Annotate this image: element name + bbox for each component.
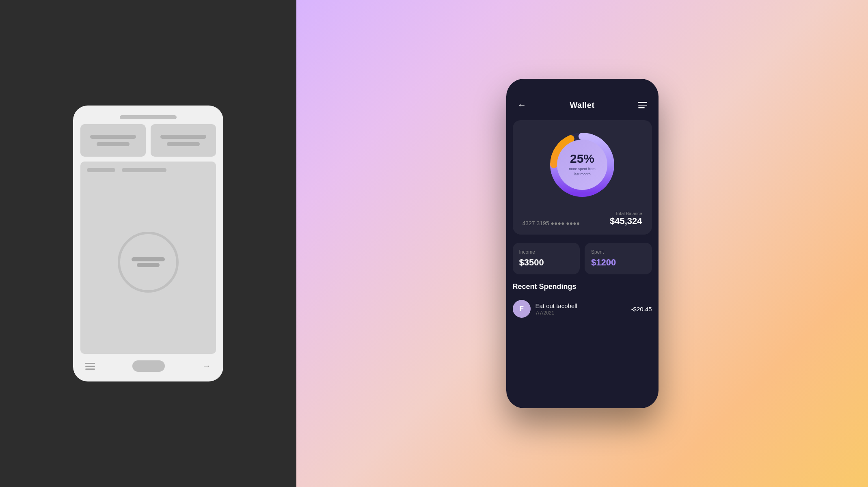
- wf-nav-line-3: [85, 368, 95, 370]
- spendings-section: Recent Spendings F Eat out tacobell 7/7/…: [513, 282, 652, 321]
- spending-name: Eat out tacobell: [535, 302, 626, 309]
- donut-subtitle-line2: last month: [574, 172, 591, 177]
- wf-nav-line-1: [85, 363, 95, 364]
- wf-hamburger-icon[interactable]: [85, 363, 95, 370]
- spent-card: Spent $1200: [585, 243, 652, 274]
- income-value: $3500: [519, 257, 544, 267]
- right-panel: ← Wallet: [296, 0, 868, 487]
- spending-date: 7/7/2021: [535, 310, 626, 316]
- stats-row: Income $3500 Spent $1200: [513, 243, 652, 274]
- wf-circle-container: [87, 177, 209, 347]
- donut-inner: 25% more spent from last month: [557, 140, 607, 190]
- wf-bottom-nav: →: [80, 359, 216, 373]
- spending-avatar-letter: F: [519, 305, 524, 313]
- page-title: Wallet: [570, 101, 594, 110]
- spending-avatar: F: [513, 300, 531, 318]
- back-button[interactable]: ←: [518, 100, 527, 110]
- wf-card-2: [151, 124, 216, 157]
- menu-line-1: [638, 102, 647, 103]
- donut-chart: 25% more spent from last month: [546, 128, 619, 201]
- wf-top-bar: [120, 115, 177, 119]
- left-panel: →: [0, 0, 296, 487]
- spending-info: Eat out tacobell 7/7/2021: [535, 302, 626, 316]
- wf-line-1: [87, 168, 115, 172]
- wf-main-area: [80, 162, 216, 354]
- donut-subtitle-line1: more spent from: [569, 166, 596, 172]
- spending-amount: -$20.45: [631, 306, 652, 312]
- menu-line-3: [638, 107, 645, 108]
- menu-button[interactable]: [638, 102, 647, 108]
- wf-circle: [118, 232, 179, 293]
- spent-value: $1200: [591, 257, 616, 267]
- spendings-title: Recent Spendings: [513, 282, 652, 291]
- wf-arrow-icon[interactable]: →: [202, 361, 211, 371]
- card-number: 4327 3195 ●●●● ●●●●: [523, 220, 580, 226]
- wf-nav-line-2: [85, 366, 95, 367]
- dark-phone: ← Wallet: [506, 79, 659, 408]
- wf-circle-bar-1: [132, 257, 165, 261]
- menu-line-2: [638, 105, 647, 106]
- spending-item[interactable]: F Eat out tacobell 7/7/2021 -$20.45: [513, 297, 652, 321]
- chart-card: 25% more spent from last month 4327 3195…: [513, 120, 652, 235]
- balance-amount: $45,324: [610, 216, 642, 226]
- wf-card-bar-2: [97, 142, 130, 146]
- wf-circle-bar-2: [137, 263, 159, 267]
- spent-label: Spent: [591, 249, 646, 255]
- wf-cards-row: [80, 124, 216, 157]
- wf-text-lines: [87, 168, 209, 172]
- donut-percent: 25%: [570, 153, 594, 165]
- balance-label: Total Balance: [610, 211, 642, 216]
- income-card: Income $3500: [513, 243, 580, 274]
- balance-section: Total Balance $45,324: [610, 211, 642, 226]
- wf-card-bar-1: [90, 135, 136, 139]
- wf-pill-button[interactable]: [132, 360, 165, 372]
- card-info-row: 4327 3195 ●●●● ●●●● Total Balance $45,32…: [521, 211, 644, 226]
- phone-header: ← Wallet: [506, 79, 659, 117]
- wf-card-bar-3: [160, 135, 206, 139]
- income-label: Income: [519, 249, 574, 255]
- wireframe-phone: →: [73, 106, 223, 381]
- wf-card-bar-4: [167, 142, 200, 146]
- wf-line-2: [122, 168, 166, 172]
- wf-card-1: [80, 124, 146, 157]
